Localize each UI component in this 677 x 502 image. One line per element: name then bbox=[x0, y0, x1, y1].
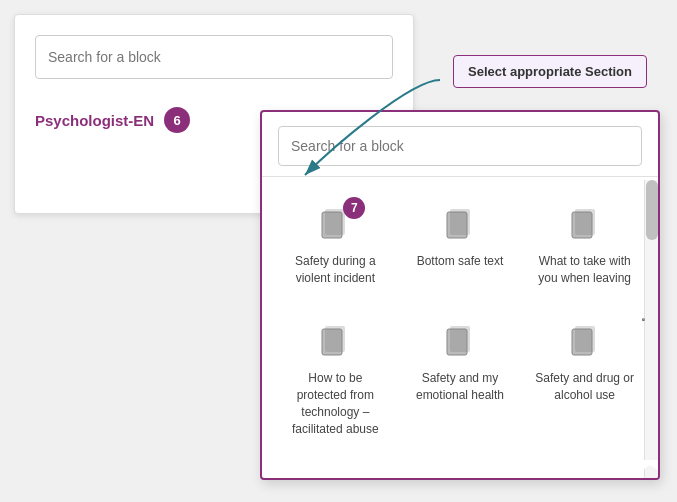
block-icon-6 bbox=[567, 322, 603, 358]
blocks-grid: 7 Safety during a violent incident Botto… bbox=[262, 177, 658, 475]
annotation-text: Select appropriate Section bbox=[468, 64, 632, 79]
block-icon-2 bbox=[442, 205, 478, 241]
svg-rect-5 bbox=[447, 212, 467, 238]
block-icon-wrap-3 bbox=[567, 205, 603, 245]
torn-bottom-edge bbox=[262, 460, 658, 478]
svg-rect-2 bbox=[322, 212, 342, 238]
block-icon-wrap-6 bbox=[567, 322, 603, 362]
block-label-3: What to take with you when leaving bbox=[531, 253, 638, 287]
block-item-6[interactable]: Safety and drug or alcohol use bbox=[527, 314, 642, 455]
block-icon-wrap-2 bbox=[442, 205, 478, 245]
svg-rect-8 bbox=[572, 212, 592, 238]
front-panel: 7 Safety during a violent incident Botto… bbox=[260, 110, 660, 480]
badge-6: 6 bbox=[164, 107, 190, 133]
block-icon-5 bbox=[442, 322, 478, 358]
search-area bbox=[262, 112, 658, 177]
block-label-1: Safety during a violent incident bbox=[282, 253, 389, 287]
block-icon-wrap-4 bbox=[317, 322, 353, 362]
block-item-4[interactable]: How to be protected from technology – fa… bbox=[278, 314, 393, 455]
scrollbar-thumb[interactable] bbox=[646, 180, 658, 240]
block-icon-wrap-5 bbox=[442, 322, 478, 362]
badge-7: 7 bbox=[343, 197, 365, 219]
block-icon-4 bbox=[317, 322, 353, 358]
block-item-2[interactable]: Bottom safe text bbox=[403, 197, 518, 304]
search-input-front[interactable] bbox=[278, 126, 642, 166]
section-label: Psychologist-EN 6 bbox=[35, 107, 190, 133]
block-label-6: Safety and drug or alcohol use bbox=[531, 370, 638, 404]
block-item-1[interactable]: 7 Safety during a violent incident bbox=[278, 197, 393, 304]
annotation-box: Select appropriate Section bbox=[453, 55, 647, 88]
block-item-3[interactable]: What to take with you when leaving bbox=[527, 197, 642, 304]
svg-rect-11 bbox=[322, 329, 342, 355]
block-label-2: Bottom safe text bbox=[417, 253, 504, 270]
search-input-back[interactable] bbox=[35, 35, 393, 79]
svg-rect-17 bbox=[572, 329, 592, 355]
block-label-5: Safety and my emotional health bbox=[407, 370, 514, 404]
svg-rect-14 bbox=[447, 329, 467, 355]
block-icon-3 bbox=[567, 205, 603, 241]
scrollbar-track[interactable] bbox=[644, 180, 658, 478]
section-label-text: Psychologist-EN bbox=[35, 112, 154, 129]
block-label-4: How to be protected from technology – fa… bbox=[282, 370, 389, 437]
block-icon-wrap-1: 7 bbox=[317, 205, 353, 245]
block-item-5[interactable]: Safety and my emotional health bbox=[403, 314, 518, 455]
